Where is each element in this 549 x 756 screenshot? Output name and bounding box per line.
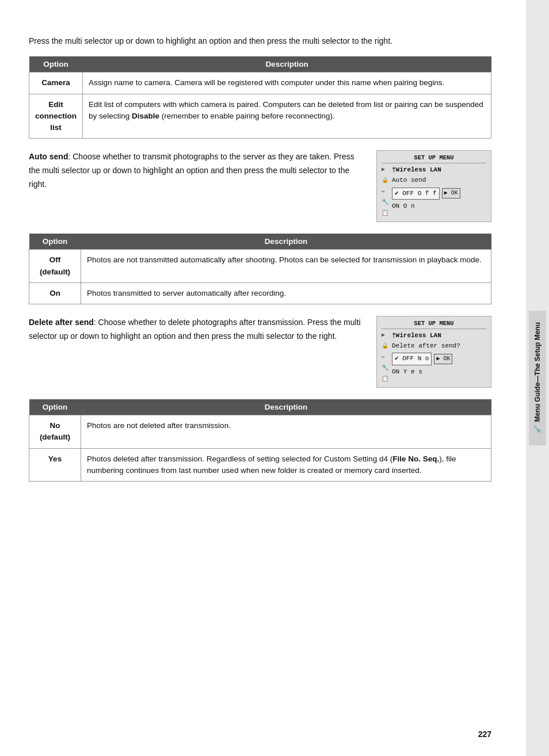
- option-off: Off(default): [29, 250, 81, 283]
- autosend-label: Auto send: [29, 152, 68, 161]
- desc-off: Photos are not transmitted automatically…: [81, 250, 491, 283]
- table-row: Editconnectionlist Edit list of computer…: [29, 94, 491, 139]
- table-deleteaftersend: Option Description No(default) Photos ar…: [29, 399, 491, 482]
- deleteaftersend-text: Delete after send: Choose whether to del…: [29, 316, 365, 343]
- autosend-description: : Choose whether to transmit photographs…: [29, 152, 354, 189]
- desc-yes: Photos deleted after transmission. Regar…: [81, 448, 491, 482]
- screen1-on-label: ON O n: [392, 201, 486, 212]
- table3-header-description: Description: [81, 399, 491, 415]
- table-row: Yes Photos deleted after transmission. R…: [29, 448, 491, 482]
- deleteaftersend-screen: SET UP MENU ▶ 🔒 ✏ 🔧 📋 †Wireless LAN Dele…: [376, 316, 491, 388]
- screen2-content: †Wireless LAN Delete after send? ✔ OFF N…: [392, 331, 486, 384]
- option-edit-connection-list: Editconnectionlist: [29, 94, 83, 139]
- table2-header-option: Option: [29, 234, 81, 250]
- screen2-menu-item: †Wireless LAN: [392, 331, 486, 341]
- desc-camera: Assign name to camera. Camera will be re…: [83, 72, 491, 94]
- table1-header-description: Description: [83, 56, 491, 72]
- table-row: On Photos transmitted to server automati…: [29, 282, 491, 304]
- option-no: No(default): [29, 415, 81, 449]
- option-on: On: [29, 282, 81, 304]
- sidebar-label: Menu Guide—The Setup Menu: [533, 322, 542, 422]
- table1-header-option: Option: [29, 56, 83, 72]
- table-row: No(default) Photos are not deleted after…: [29, 415, 491, 449]
- screen1-off-box: ✔ OFF O f f: [392, 188, 440, 200]
- autosend-section: Auto send: Choose whether to transmit ph…: [29, 150, 491, 222]
- desc-edit-connection-list: Edit list of computers with which camera…: [83, 94, 491, 139]
- screen1-sub-item: Auto send: [392, 175, 486, 186]
- page-number: 227: [478, 730, 491, 739]
- sidebar-tab: 🔧 Menu Guide—The Setup Menu: [526, 0, 549, 756]
- screen2-menu: ▶ 🔒 ✏ 🔧 📋 †Wireless LAN Delete after sen…: [382, 331, 486, 384]
- screen2-title: SET UP MENU: [382, 320, 486, 329]
- desc-no: Photos are not deleted after transmissio…: [81, 415, 491, 449]
- screen2-icons: ▶ 🔒 ✏ 🔧 📋: [382, 331, 388, 384]
- option-camera: Camera: [29, 72, 83, 94]
- autosend-screen: SET UP MENU ▶ 🔒 ✏ 🔧 📋 †Wireless LAN Auto…: [376, 150, 491, 222]
- table-row: Camera Assign name to camera. Camera wil…: [29, 72, 491, 94]
- table-connection: Option Description Camera Assign name to…: [29, 56, 491, 139]
- screen1-ok: ▶ OK: [442, 188, 460, 198]
- table2-header-description: Description: [81, 234, 491, 250]
- table3-header-option: Option: [29, 399, 81, 415]
- deleteaftersend-label: Delete after send: [29, 318, 94, 327]
- screen2-on-label: ON Y e s: [392, 367, 486, 377]
- screen1-title: SET UP MENU: [382, 154, 486, 163]
- screen2-off-row: ✔ OFF N o ▶ OK: [392, 353, 486, 365]
- screen2-sub-item: Delete after send?: [392, 341, 486, 352]
- sidebar-icon: 🔧: [533, 425, 542, 434]
- desc-on: Photos transmitted to server automatical…: [81, 282, 491, 304]
- option-yes: Yes: [29, 448, 81, 482]
- table-row: Off(default) Photos are not transmitted …: [29, 250, 491, 283]
- screen2-ok: ▶ OK: [434, 354, 452, 364]
- table-autosend: Option Description Off(default) Photos a…: [29, 234, 491, 304]
- screen1-icons: ▶ 🔒 ✏ 🔧 📋: [382, 165, 388, 218]
- screen2-off-box: ✔ OFF N o: [392, 353, 432, 365]
- screen1-menu: ▶ 🔒 ✏ 🔧 📋 †Wireless LAN Auto send ✔ OFF …: [382, 165, 486, 218]
- screen1-off-label: ✔ OFF O f f: [395, 189, 437, 199]
- screen1-off-row: ✔ OFF O f f ▶ OK: [392, 188, 486, 200]
- screen2-off-label: ✔ OFF N o: [395, 354, 429, 364]
- screen1-menu-item: †Wireless LAN: [392, 165, 486, 175]
- deleteaftersend-section: Delete after send: Choose whether to del…: [29, 316, 491, 388]
- sidebar-tab-label: 🔧 Menu Guide—The Setup Menu: [529, 311, 546, 445]
- screen1-content: †Wireless LAN Auto send ✔ OFF O f f ▶ OK…: [392, 165, 486, 218]
- intro-text: Press the multi selector up or down to h…: [29, 35, 491, 47]
- autosend-text: Auto send: Choose whether to transmit ph…: [29, 150, 365, 191]
